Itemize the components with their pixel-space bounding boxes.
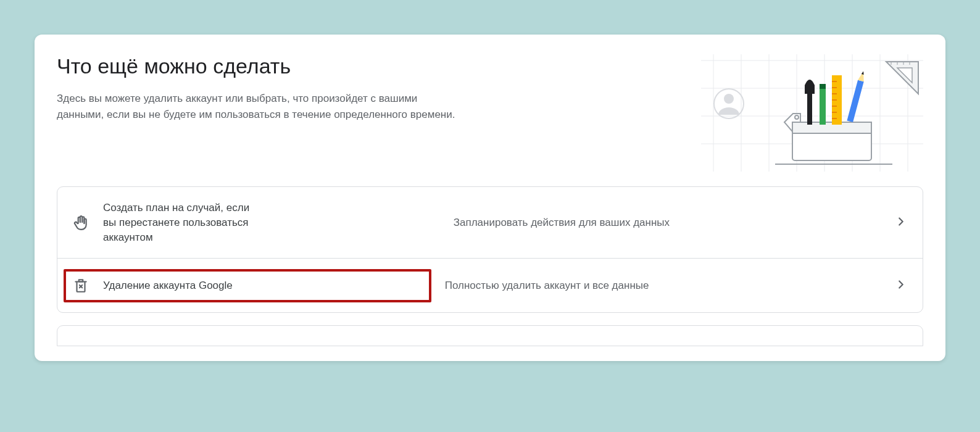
row-left-highlighted: Удаление аккаунта Google [64, 269, 431, 302]
svg-rect-18 [807, 94, 812, 125]
options-list: Создать план на случай, если вы перестан… [57, 186, 923, 313]
svg-rect-20 [820, 84, 826, 89]
next-list-peek [57, 325, 923, 346]
header-text: Что ещё можно сделать Здесь вы можете уд… [57, 54, 464, 172]
hand-icon [72, 215, 89, 231]
option-desc: Запланировать действия для ваших данных [454, 217, 881, 229]
svg-marker-31 [862, 71, 865, 75]
option-delete-account[interactable]: Удаление аккаунта Google Полностью удали… [57, 258, 923, 312]
trash-icon [72, 278, 89, 294]
toolbox-illustration [701, 54, 923, 172]
more-options-card: Что ещё можно сделать Здесь вы можете уд… [35, 35, 945, 361]
card-title: Что ещё можно сделать [57, 54, 464, 78]
row-left: Создать план на случай, если вы перестан… [72, 201, 440, 244]
option-label: Создать план на случай, если вы перестан… [103, 201, 265, 244]
option-inactive-plan[interactable]: Создать план на случай, если вы перестан… [57, 187, 923, 258]
option-label: Удаление аккаунта Google [103, 278, 417, 293]
svg-rect-19 [820, 89, 826, 125]
svg-point-13 [724, 94, 734, 104]
chevron-right-icon [894, 278, 908, 294]
svg-marker-30 [858, 70, 866, 81]
card-header: Что ещё можно сделать Здесь вы можете уд… [35, 35, 945, 186]
card-subtitle: Здесь вы можете удалить аккаунт или выбр… [57, 91, 464, 123]
chevron-right-icon [894, 215, 908, 231]
option-desc: Полностью удалить аккаунт и все данные [445, 280, 881, 292]
